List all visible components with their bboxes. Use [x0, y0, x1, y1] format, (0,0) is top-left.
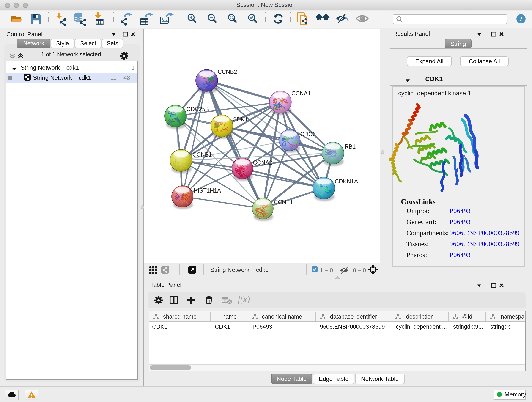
- svg-text:HIST1H1A: HIST1H1A: [194, 187, 221, 194]
- svg-text:RB1: RB1: [345, 143, 356, 150]
- svg-text:?: ?: [519, 15, 523, 23]
- svg-text:CCNE1: CCNE1: [274, 199, 293, 205]
- svg-text:CDC25B: CDC25B: [186, 106, 209, 112]
- svg-text:CCNB2: CCNB2: [218, 69, 237, 75]
- svg-text:CDK1: CDK1: [233, 116, 248, 123]
- svg-text:CCNA2: CCNA2: [253, 159, 272, 166]
- svg-text:CDC6: CDC6: [300, 131, 316, 137]
- svg-text:CDKN1A: CDKN1A: [335, 178, 358, 185]
- svg-text:CCNB1: CCNB1: [192, 151, 212, 158]
- svg-text:CCNA1: CCNA1: [291, 90, 311, 96]
